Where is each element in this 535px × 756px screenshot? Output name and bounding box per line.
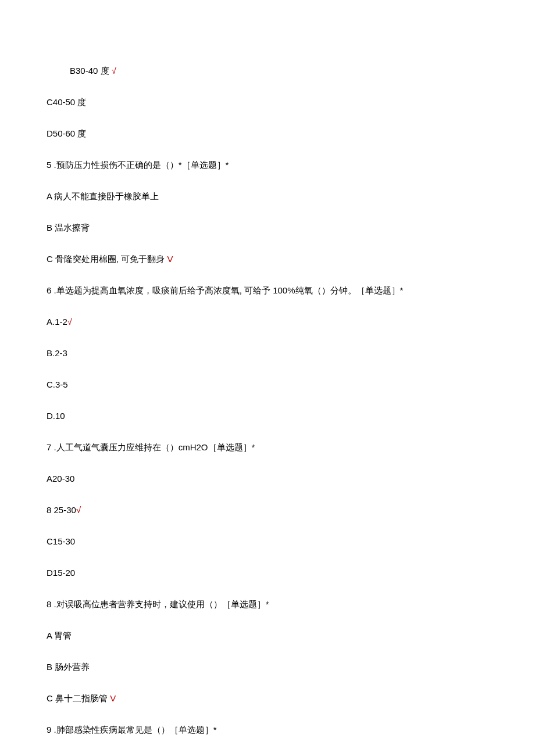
check-mark-icon: √ xyxy=(67,317,72,327)
line-text: A 病人不能直接卧于橡胶单上 xyxy=(47,191,159,201)
line-text: A 胃管 xyxy=(47,630,72,640)
line-text: A20-30 xyxy=(47,474,74,483)
text-line-19: B 肠外营养 xyxy=(47,660,488,674)
text-line-8: A.1-2√ xyxy=(47,315,488,329)
text-line-3: 5 .预防压力性损伤不正确的是（）*［单选题］* xyxy=(47,158,488,172)
text-line-12: 7 .人工气道气囊压力应维持在（）cmH2O［单选题］* xyxy=(47,440,488,454)
text-line-1: C40-50 度 xyxy=(47,95,488,109)
line-text: 6 .单选题为提高血氧浓度，吸痰前后给予高浓度氧, 可给予 100%纯氧（）分钟… xyxy=(47,285,403,295)
check-mark-icon: √ xyxy=(109,66,116,76)
text-line-2: D50-60 度 xyxy=(47,127,488,141)
check-mark-icon: √ xyxy=(76,505,81,515)
text-line-5: B 温水擦背 xyxy=(47,221,488,235)
line-text: B 温水擦背 xyxy=(47,223,90,232)
document-content: B30-40 度 √C40-50 度D50-60 度5 .预防压力性损伤不正确的… xyxy=(47,64,488,737)
text-line-18: A 胃管 xyxy=(47,629,488,643)
text-line-21: 9 .肺部感染性疾病最常见是（）［单选题］* xyxy=(47,723,488,737)
text-line-6: C 骨隆突处用棉圈, 可免于翻身 V xyxy=(47,252,488,266)
line-text: B30-40 度 xyxy=(70,66,109,76)
line-text: B 肠外营养 xyxy=(47,662,90,672)
text-line-16: D15-20 xyxy=(47,566,488,580)
line-text: 9 .肺部感染性疾病最常见是（）［单选题］* xyxy=(47,725,217,734)
line-text: 5 .预防压力性损伤不正确的是（）*［单选题］* xyxy=(47,160,229,170)
text-line-13: A20-30 xyxy=(47,472,488,486)
text-line-7: 6 .单选题为提高血氧浓度，吸痰前后给予高浓度氧, 可给予 100%纯氧（）分钟… xyxy=(47,284,488,298)
line-text: B.2-3 xyxy=(47,348,67,358)
line-text: C15-30 xyxy=(47,536,75,546)
line-text: 7 .人工气道气囊压力应维持在（）cmH2O［单选题］* xyxy=(47,442,255,452)
check-mark-icon: V xyxy=(108,693,116,703)
text-line-10: C.3-5 xyxy=(47,378,488,392)
line-text: C 骨隆突处用棉圈, 可免于翻身 xyxy=(47,254,165,264)
text-line-17: 8 .对误吸高位患者营养支持时，建议使用（）［单选题］* xyxy=(47,597,488,611)
line-text: A.1-2 xyxy=(47,317,67,327)
text-line-4: A 病人不能直接卧于橡胶单上 xyxy=(47,189,488,203)
line-text: C 鼻十二指肠管 xyxy=(47,693,108,703)
line-text: C.3-5 xyxy=(47,379,68,389)
line-text: D50-60 度 xyxy=(47,128,86,138)
text-line-11: D.10 xyxy=(47,409,488,423)
text-line-14: 8 25-30√ xyxy=(47,503,488,517)
text-line-0: B30-40 度 √ xyxy=(47,64,488,78)
line-text: C40-50 度 xyxy=(47,97,86,107)
line-text: D.10 xyxy=(47,411,65,421)
text-line-20: C 鼻十二指肠管 V xyxy=(47,691,488,705)
line-text: 8 .对误吸高位患者营养支持时，建议使用（）［单选题］* xyxy=(47,599,269,609)
text-line-9: B.2-3 xyxy=(47,346,488,360)
check-mark-icon: V xyxy=(165,254,173,264)
line-text: D15-20 xyxy=(47,568,75,578)
line-text: 8 25-30 xyxy=(47,505,76,515)
text-line-15: C15-30 xyxy=(47,535,488,549)
